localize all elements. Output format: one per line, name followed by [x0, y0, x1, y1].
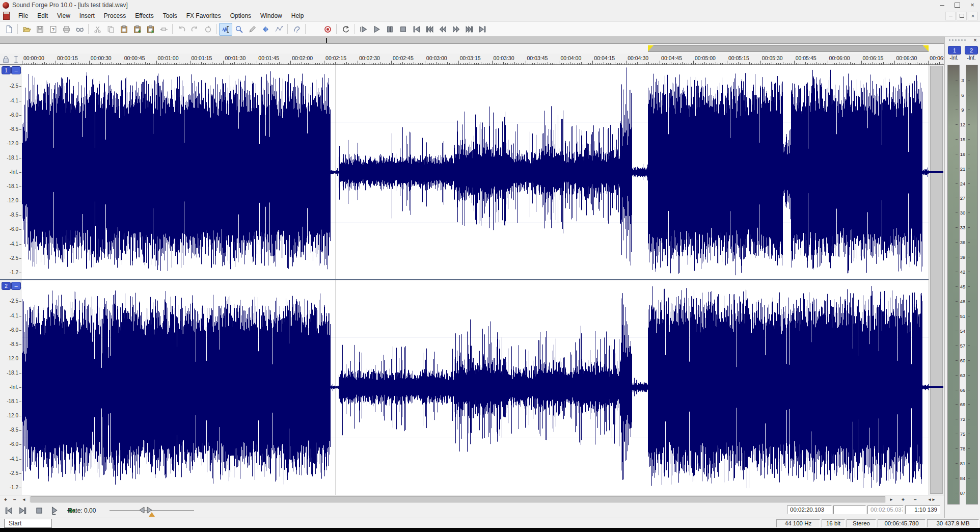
ruler-tick	[928, 61, 929, 65]
zoom-time-in-button[interactable]: +	[2, 495, 10, 503]
meter-grip-handle[interactable]	[949, 39, 967, 41]
horizontal-scrollbar[interactable]	[30, 496, 886, 502]
pencil-tool-button[interactable]	[246, 23, 259, 36]
channel-2-badge[interactable]: 2	[2, 282, 11, 290]
meter-channel-2-badge[interactable]: 2	[965, 46, 978, 55]
zoom-time-out-button[interactable]: −	[11, 495, 19, 503]
region-bar[interactable]	[648, 45, 929, 52]
menu-effects[interactable]: Effects	[130, 11, 158, 21]
zoom-out-button[interactable]: −	[911, 495, 920, 503]
ruler-tick	[156, 61, 157, 65]
menu-edit[interactable]: Edit	[33, 11, 52, 21]
overview-bar[interactable]	[0, 37, 944, 44]
cut-button[interactable]	[91, 23, 104, 36]
mdi-minimize-button[interactable]	[945, 12, 956, 20]
meter-scale-label: 45	[957, 284, 969, 289]
go-to-end-button[interactable]	[476, 23, 489, 36]
meter-scale-label: 57	[957, 343, 969, 349]
db-label: -12.0	[7, 198, 18, 203]
menu-options[interactable]: Options	[226, 11, 256, 21]
meter-channel-1-badge[interactable]: 1	[948, 46, 961, 55]
minimize-button[interactable]	[934, 0, 949, 10]
rate-label: Rate: 0.00	[68, 507, 96, 514]
db-label: -12.0	[7, 356, 18, 361]
zoom-selection-button[interactable]: ◄►	[923, 495, 940, 503]
channel-divider[interactable]	[0, 279, 944, 280]
meter-scale-label: 27	[957, 195, 969, 201]
scroll-right-button[interactable]: ►	[887, 495, 895, 503]
new-file-button[interactable]	[2, 23, 15, 36]
edit-tool-button[interactable]	[219, 23, 232, 36]
horizontal-scrollbar-thumb[interactable]	[31, 496, 885, 502]
print-button[interactable]	[60, 23, 73, 36]
save-file-button[interactable]	[33, 23, 46, 36]
previous-marker-button[interactable]	[423, 23, 436, 36]
what-is-this-button[interactable]	[290, 23, 303, 36]
channel-2-minimize-button[interactable]: –	[11, 282, 21, 290]
mdi-close-button[interactable]: ×	[968, 12, 978, 20]
menu-insert[interactable]: Insert	[75, 11, 99, 21]
redo-button[interactable]	[188, 23, 201, 36]
repeat-button[interactable]	[201, 23, 214, 36]
zoom-in-button[interactable]: +	[899, 495, 908, 503]
menu-fx-favorites[interactable]: FX Favorites	[182, 11, 226, 21]
scroll-left-button[interactable]: ◄	[20, 495, 28, 503]
trim-button[interactable]	[157, 23, 170, 36]
mdi-restore-button[interactable]	[957, 12, 967, 20]
region-end-marker[interactable]	[923, 45, 929, 51]
file-properties-button[interactable]: ?	[46, 23, 60, 36]
pause-button[interactable]	[383, 23, 396, 36]
db-tick	[19, 316, 21, 316]
fast-forward-button[interactable]	[449, 23, 462, 36]
meter-scale-label: 81	[957, 461, 969, 466]
envelope-tool-button[interactable]	[272, 23, 285, 36]
open-file-button[interactable]	[20, 23, 33, 36]
loop-playback-button[interactable]	[339, 23, 352, 36]
meter-close-icon[interactable]: ×	[973, 37, 977, 44]
ruler-label: 00:00:45	[124, 55, 145, 61]
paste-button[interactable]	[117, 23, 130, 36]
channel-1-badge[interactable]: 1	[2, 66, 11, 74]
magnify-tool-button[interactable]	[232, 23, 246, 36]
cursor-position-field[interactable]: 00:02:20.103	[787, 506, 832, 514]
play-all-button[interactable]	[357, 23, 370, 36]
play-normal-button[interactable]	[49, 506, 60, 516]
selection-length-field[interactable]: 00:02:05.037	[867, 506, 904, 514]
db-tick	[19, 473, 21, 474]
paste-to-new-button[interactable]	[130, 23, 144, 36]
record-button[interactable]	[321, 23, 334, 36]
next-marker-button[interactable]	[462, 23, 476, 36]
preview-button[interactable]	[73, 23, 86, 36]
go-to-end-icon	[478, 25, 487, 34]
go-to-start-button[interactable]	[410, 23, 423, 36]
menu-file[interactable]: File	[14, 11, 33, 21]
go-to-end-button[interactable]	[17, 506, 29, 516]
menu-window[interactable]: Window	[256, 11, 287, 21]
go-to-start-button[interactable]	[3, 506, 14, 516]
vertical-scrollbar[interactable]	[929, 65, 944, 495]
copy-button[interactable]	[104, 23, 117, 36]
vertical-scrollbar-thumb[interactable]	[930, 66, 943, 494]
undo-button[interactable]	[175, 23, 188, 36]
menu-process[interactable]: Process	[99, 11, 130, 21]
db-tick	[19, 158, 21, 158]
ruler-label: 00:00:00	[23, 55, 44, 61]
channel-1-minimize-button[interactable]: –	[11, 66, 21, 74]
event-tool-button[interactable]	[259, 23, 272, 36]
region-strip[interactable]	[0, 44, 944, 54]
paste-mix-button[interactable]	[144, 23, 157, 36]
play-button[interactable]	[370, 23, 383, 36]
view-info-field[interactable]: 1:10 139	[905, 506, 940, 514]
stop-button[interactable]	[396, 23, 410, 36]
selection-end-field[interactable]	[833, 506, 866, 514]
close-button[interactable]: ×	[965, 0, 980, 10]
rewind-button[interactable]	[436, 23, 449, 36]
time-ruler[interactable]: 00:00:0000:00:1500:00:3000:00:4500:01:00…	[22, 54, 944, 65]
menu-help[interactable]: Help	[287, 11, 309, 21]
restore-button[interactable]	[949, 0, 965, 10]
stop-button[interactable]	[34, 506, 45, 516]
ruler-label: 00:02:00	[292, 55, 313, 61]
menu-tools[interactable]: Tools	[158, 11, 182, 21]
menu-view[interactable]: View	[52, 11, 75, 21]
region-start-marker[interactable]	[648, 45, 654, 51]
